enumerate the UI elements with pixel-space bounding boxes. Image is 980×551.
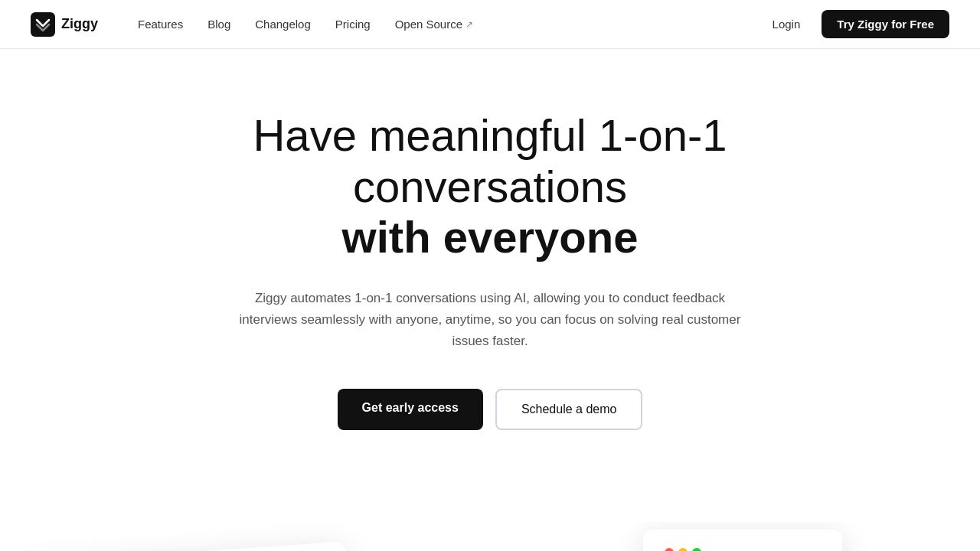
nav-link-blog[interactable]: Blog bbox=[198, 11, 240, 37]
nav-link-features[interactable]: Features bbox=[129, 11, 192, 37]
hero-buttons: Get early access Schedule a demo bbox=[176, 389, 804, 430]
nav-link-pricing[interactable]: Pricing bbox=[326, 11, 380, 37]
logo-text: Ziggy bbox=[61, 16, 98, 32]
hero-subtitle: Ziggy automates 1-on-1 conversations usi… bbox=[230, 288, 750, 352]
hero-section: Have meaningful 1-on-1 conversations wit… bbox=[0, 49, 980, 522]
key-trends-card: Key Trends Better Feedback Explore › bbox=[643, 530, 842, 551]
close-dot bbox=[665, 548, 674, 551]
navbar: Ziggy Features Blog Changelog Pricing Op… bbox=[0, 0, 980, 49]
hero-title: Have meaningful 1-on-1 conversations wit… bbox=[176, 110, 804, 263]
login-link[interactable]: Login bbox=[763, 11, 810, 37]
try-free-button[interactable]: Try Ziggy for Free bbox=[822, 10, 949, 38]
logo-icon bbox=[31, 12, 55, 37]
preview-section: AI Q&A Why do businesses love Ziggy? 🔍 B… bbox=[0, 522, 980, 551]
schedule-demo-button[interactable]: Schedule a demo bbox=[495, 389, 643, 430]
window-dots bbox=[665, 548, 821, 551]
hero-content: Have meaningful 1-on-1 conversations wit… bbox=[145, 49, 835, 522]
external-link-icon: ↗ bbox=[466, 19, 473, 30]
nav-link-changelog[interactable]: Changelog bbox=[246, 11, 320, 37]
get-early-access-button[interactable]: Get early access bbox=[338, 389, 483, 430]
nav-right: Login Try Ziggy for Free bbox=[763, 10, 949, 38]
minimize-dot bbox=[678, 548, 688, 551]
maximize-dot bbox=[692, 548, 701, 551]
svg-rect-0 bbox=[31, 12, 55, 37]
nav-link-opensource[interactable]: Open Source ↗ bbox=[386, 11, 482, 37]
nav-links: Features Blog Changelog Pricing Open Sou… bbox=[129, 11, 763, 37]
logo-link[interactable]: Ziggy bbox=[31, 12, 98, 37]
ai-qa-card: AI Q&A Why do businesses love Ziggy? 🔍 B… bbox=[18, 541, 358, 551]
